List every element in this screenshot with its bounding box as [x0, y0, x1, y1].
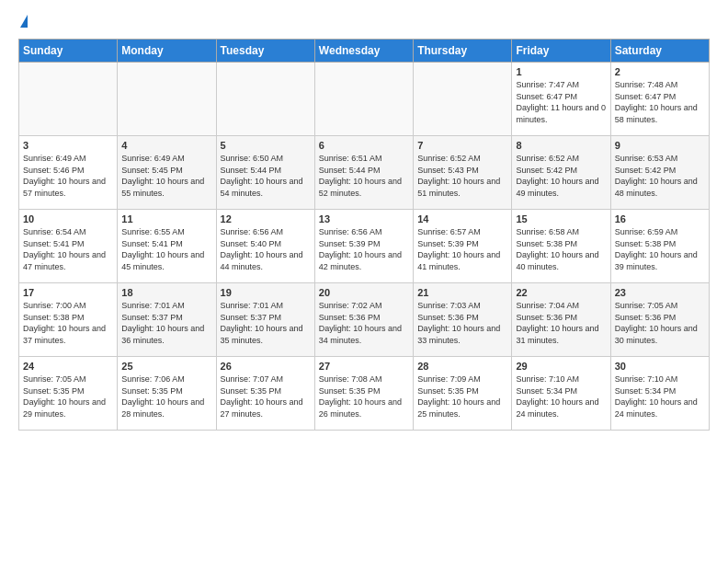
day-number: 16: [615, 213, 705, 224]
day-number: 20: [319, 287, 409, 298]
day-number: 29: [516, 361, 606, 372]
day-number: 21: [417, 287, 507, 298]
day-info: Sunrise: 7:02 AM Sunset: 5:36 PM Dayligh…: [319, 300, 409, 346]
day-number: 3: [23, 140, 113, 151]
day-number: 17: [23, 287, 113, 298]
calendar-cell: 10Sunrise: 6:54 AM Sunset: 5:41 PM Dayli…: [19, 210, 118, 283]
day-info: Sunrise: 7:07 AM Sunset: 5:35 PM Dayligh…: [221, 373, 311, 419]
calendar-cell: 3Sunrise: 6:49 AM Sunset: 5:46 PM Daylig…: [19, 136, 118, 210]
day-number: 27: [319, 361, 409, 372]
day-info: Sunrise: 6:50 AM Sunset: 5:44 PM Dayligh…: [221, 153, 311, 199]
day-info: Sunrise: 6:54 AM Sunset: 5:41 PM Dayligh…: [23, 226, 113, 272]
calendar-cell: 23Sunrise: 7:05 AM Sunset: 5:36 PM Dayli…: [610, 283, 709, 357]
weekday-header-sunday: Sunday: [19, 40, 118, 63]
day-number: 5: [221, 140, 311, 151]
day-number: 24: [23, 361, 113, 372]
calendar-cell: 24Sunrise: 7:05 AM Sunset: 5:35 PM Dayli…: [19, 357, 118, 431]
calendar-table: SundayMondayTuesdayWednesdayThursdayFrid…: [18, 39, 710, 431]
header: [18, 15, 710, 29]
day-info: Sunrise: 7:47 AM Sunset: 6:47 PM Dayligh…: [516, 79, 606, 125]
day-info: Sunrise: 6:53 AM Sunset: 5:42 PM Dayligh…: [615, 153, 705, 199]
calendar-cell: 28Sunrise: 7:09 AM Sunset: 5:35 PM Dayli…: [414, 357, 512, 431]
calendar-cell: 5Sunrise: 6:50 AM Sunset: 5:44 PM Daylig…: [216, 136, 314, 210]
day-number: 13: [319, 213, 409, 224]
day-number: 9: [615, 140, 705, 151]
calendar-cell: 29Sunrise: 7:10 AM Sunset: 5:34 PM Dayli…: [512, 357, 610, 431]
day-number: 2: [615, 66, 705, 77]
calendar-cell: 8Sunrise: 6:52 AM Sunset: 5:42 PM Daylig…: [512, 136, 610, 210]
day-info: Sunrise: 7:06 AM Sunset: 5:35 PM Dayligh…: [121, 373, 211, 419]
calendar-cell: 22Sunrise: 7:04 AM Sunset: 5:36 PM Dayli…: [512, 283, 610, 357]
calendar-cell: 18Sunrise: 7:01 AM Sunset: 5:37 PM Dayli…: [118, 283, 216, 357]
day-info: Sunrise: 7:01 AM Sunset: 5:37 PM Dayligh…: [221, 300, 311, 346]
day-number: 26: [221, 361, 311, 372]
day-info: Sunrise: 7:01 AM Sunset: 5:37 PM Dayligh…: [121, 300, 211, 346]
calendar-cell: 25Sunrise: 7:06 AM Sunset: 5:35 PM Dayli…: [118, 357, 216, 431]
day-number: 19: [221, 287, 311, 298]
calendar-cell: [414, 63, 512, 136]
calendar-cell: 7Sunrise: 6:52 AM Sunset: 5:43 PM Daylig…: [414, 136, 512, 210]
day-number: 28: [417, 361, 507, 372]
calendar-cell: 21Sunrise: 7:03 AM Sunset: 5:36 PM Dayli…: [414, 283, 512, 357]
day-number: 10: [23, 213, 113, 224]
calendar-cell: 2Sunrise: 7:48 AM Sunset: 6:47 PM Daylig…: [610, 63, 709, 136]
day-info: Sunrise: 6:57 AM Sunset: 5:39 PM Dayligh…: [417, 226, 507, 272]
day-info: Sunrise: 7:10 AM Sunset: 5:34 PM Dayligh…: [615, 373, 705, 419]
weekday-header-friday: Friday: [512, 40, 610, 63]
day-number: 7: [417, 140, 507, 151]
day-info: Sunrise: 7:05 AM Sunset: 5:35 PM Dayligh…: [23, 373, 113, 419]
logo-triangle-icon: [20, 15, 28, 28]
day-info: Sunrise: 6:49 AM Sunset: 5:45 PM Dayligh…: [121, 153, 211, 199]
calendar-cell: [314, 63, 413, 136]
day-number: 15: [516, 213, 606, 224]
day-number: 23: [615, 287, 705, 298]
weekday-header-monday: Monday: [118, 40, 216, 63]
weekday-header-saturday: Saturday: [610, 40, 709, 63]
day-number: 30: [615, 361, 705, 372]
day-info: Sunrise: 6:52 AM Sunset: 5:43 PM Dayligh…: [417, 153, 507, 199]
day-number: 8: [516, 140, 606, 151]
calendar-cell: 6Sunrise: 6:51 AM Sunset: 5:44 PM Daylig…: [314, 136, 413, 210]
day-info: Sunrise: 6:55 AM Sunset: 5:41 PM Dayligh…: [121, 226, 211, 272]
calendar-cell: 19Sunrise: 7:01 AM Sunset: 5:37 PM Dayli…: [216, 283, 314, 357]
day-number: 4: [121, 140, 211, 151]
calendar-cell: 27Sunrise: 7:08 AM Sunset: 5:35 PM Dayli…: [314, 357, 413, 431]
calendar-cell: 13Sunrise: 6:56 AM Sunset: 5:39 PM Dayli…: [314, 210, 413, 283]
calendar-cell: 26Sunrise: 7:07 AM Sunset: 5:35 PM Dayli…: [216, 357, 314, 431]
calendar-cell: [19, 63, 118, 136]
calendar-cell: 15Sunrise: 6:58 AM Sunset: 5:38 PM Dayli…: [512, 210, 610, 283]
day-info: Sunrise: 7:00 AM Sunset: 5:38 PM Dayligh…: [23, 300, 113, 346]
calendar-cell: [216, 63, 314, 136]
day-number: 1: [516, 66, 606, 77]
day-info: Sunrise: 6:49 AM Sunset: 5:46 PM Dayligh…: [23, 153, 113, 199]
day-info: Sunrise: 7:48 AM Sunset: 6:47 PM Dayligh…: [615, 79, 705, 125]
day-number: 18: [121, 287, 211, 298]
calendar-cell: 30Sunrise: 7:10 AM Sunset: 5:34 PM Dayli…: [610, 357, 709, 431]
calendar-cell: 16Sunrise: 6:59 AM Sunset: 5:38 PM Dayli…: [610, 210, 709, 283]
day-info: Sunrise: 6:58 AM Sunset: 5:38 PM Dayligh…: [516, 226, 606, 272]
calendar-cell: 4Sunrise: 6:49 AM Sunset: 5:45 PM Daylig…: [118, 136, 216, 210]
day-number: 14: [417, 213, 507, 224]
calendar-cell: 11Sunrise: 6:55 AM Sunset: 5:41 PM Dayli…: [118, 210, 216, 283]
day-info: Sunrise: 6:51 AM Sunset: 5:44 PM Dayligh…: [319, 153, 409, 199]
calendar-cell: 9Sunrise: 6:53 AM Sunset: 5:42 PM Daylig…: [610, 136, 709, 210]
day-number: 12: [221, 213, 311, 224]
day-info: Sunrise: 6:56 AM Sunset: 5:39 PM Dayligh…: [319, 226, 409, 272]
day-info: Sunrise: 6:59 AM Sunset: 5:38 PM Dayligh…: [615, 226, 705, 272]
calendar-cell: 12Sunrise: 6:56 AM Sunset: 5:40 PM Dayli…: [216, 210, 314, 283]
calendar-cell: 14Sunrise: 6:57 AM Sunset: 5:39 PM Dayli…: [414, 210, 512, 283]
calendar-cell: 20Sunrise: 7:02 AM Sunset: 5:36 PM Dayli…: [314, 283, 413, 357]
day-number: 11: [121, 213, 211, 224]
day-info: Sunrise: 6:52 AM Sunset: 5:42 PM Dayligh…: [516, 153, 606, 199]
day-info: Sunrise: 7:10 AM Sunset: 5:34 PM Dayligh…: [516, 373, 606, 419]
day-number: 25: [121, 361, 211, 372]
day-number: 6: [319, 140, 409, 151]
day-info: Sunrise: 7:04 AM Sunset: 5:36 PM Dayligh…: [516, 300, 606, 346]
calendar-page: SundayMondayTuesdayWednesdayThursdayFrid…: [0, 0, 728, 440]
calendar-cell: [118, 63, 216, 136]
day-info: Sunrise: 7:05 AM Sunset: 5:36 PM Dayligh…: [615, 300, 705, 346]
logo: [18, 15, 28, 29]
day-info: Sunrise: 7:03 AM Sunset: 5:36 PM Dayligh…: [417, 300, 507, 346]
day-info: Sunrise: 7:09 AM Sunset: 5:35 PM Dayligh…: [417, 373, 507, 419]
weekday-header-wednesday: Wednesday: [314, 40, 413, 63]
